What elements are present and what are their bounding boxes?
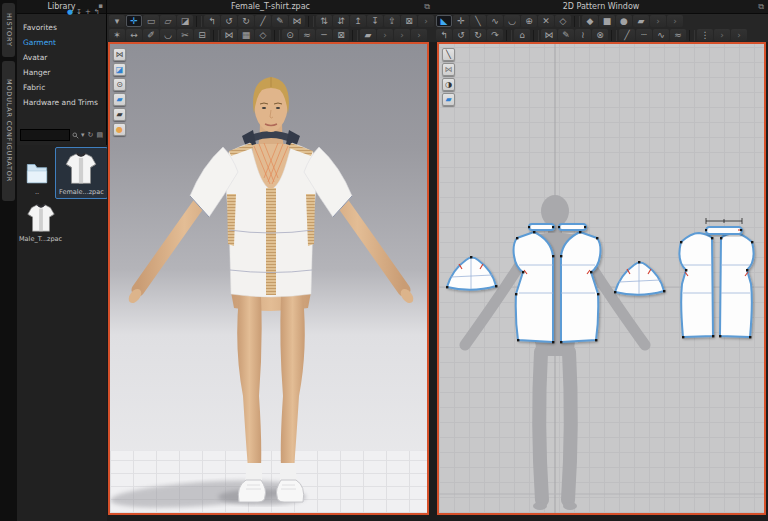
sync-icon[interactable]: ● — [67, 8, 73, 16]
line-tool[interactable]: ─ — [316, 29, 332, 41]
unfold-right-tool[interactable]: ↻ — [470, 29, 486, 41]
tab-modular-configurator[interactable]: MODULAR CONFIGURATOR — [2, 61, 15, 201]
search-dropdown-icon[interactable]: ▾ — [81, 130, 85, 140]
overflow-chevron[interactable]: › — [418, 15, 434, 27]
show-texture-icon[interactable]: ◑ — [442, 78, 455, 91]
free-sewing-tool[interactable]: ≀ — [575, 29, 591, 41]
edit-pattern-tool[interactable]: ✛ — [453, 15, 469, 27]
pattern-3d-tool[interactable]: ◇ — [255, 29, 271, 41]
unfold-left-tool[interactable]: ↺ — [453, 29, 469, 41]
edit-curvature-tool[interactable]: ∿ — [487, 15, 503, 27]
edit-point-line-tool[interactable]: ╲ — [470, 15, 486, 27]
segment-sewing-tool[interactable]: ✎ — [558, 29, 574, 41]
select-move-tool[interactable]: ✛ — [126, 15, 142, 27]
pattern-piece-collar-2[interactable] — [559, 224, 586, 230]
overflow-chevron[interactable]: › — [731, 29, 747, 41]
split-line-tool[interactable]: ✕ — [538, 15, 554, 27]
library-item-fabric[interactable]: Fabric — [23, 80, 106, 95]
select-box-tool[interactable]: ▭ — [143, 15, 159, 27]
transform-pattern-tool[interactable]: ▱ — [160, 15, 176, 27]
avatar-3d[interactable] — [110, 44, 427, 513]
add-icon[interactable]: + — [85, 8, 91, 16]
overflow-chevron[interactable]: › — [394, 29, 410, 41]
refresh-icon[interactable]: ↻ — [88, 130, 94, 140]
overflow-chevron[interactable]: › — [377, 29, 393, 41]
show-2d-garment-icon[interactable]: ⋈ — [442, 63, 455, 76]
fabric-swatch-icon[interactable]: ▰ — [442, 93, 455, 106]
library-item-avatar[interactable]: Avatar — [23, 50, 106, 65]
show-pins-icon[interactable]: ⊙ — [113, 78, 126, 91]
stitch-view-tool[interactable]: ⋈ — [221, 29, 237, 41]
shirring-tool[interactable]: ≈ — [670, 29, 686, 41]
trace-tool[interactable]: ◇ — [555, 15, 571, 27]
garment-down-tool[interactable]: ↧ — [367, 15, 383, 27]
pattern-piece-collar-3[interactable] — [706, 227, 742, 234]
pin-tool[interactable]: ⊙ — [282, 29, 298, 41]
viewport-2d[interactable]: ╲⋈◑▰ — [437, 42, 766, 515]
show-3d-garment-icon[interactable]: ⋈ — [113, 48, 126, 61]
flatten-tool[interactable]: ⊟ — [194, 29, 210, 41]
arrangement-shirts-tool[interactable]: ⇅ — [316, 15, 332, 27]
pattern-piece-sleeve-left[interactable] — [447, 258, 496, 290]
elastic-tool[interactable]: ∿ — [653, 29, 669, 41]
free-sewing-tool[interactable]: ⋈ — [289, 15, 305, 27]
pattern-piece-front-right[interactable] — [561, 232, 600, 342]
wind-tool[interactable]: ≈ — [299, 29, 315, 41]
polygon-pattern-tool[interactable]: ◆ — [582, 15, 598, 27]
add-point-tool[interactable]: ⊕ — [521, 15, 537, 27]
transform-pattern-tool[interactable]: ◣ — [436, 15, 452, 27]
library-item-garment[interactable]: Garment — [23, 35, 106, 50]
pattern-piece-front-left[interactable] — [514, 232, 553, 342]
reset-3d-arrangement-tool[interactable]: ↻ — [238, 15, 254, 27]
popout-icon[interactable]: ⧉ — [424, 1, 430, 12]
library-item-hardware-trims[interactable]: Hardware and Trims — [23, 95, 106, 110]
seam-line-tool[interactable]: ╱ — [619, 29, 635, 41]
titlebar-2d[interactable]: 2D Pattern Window ⧉ — [434, 0, 768, 14]
circumference-measure-tool[interactable]: ◡ — [160, 29, 176, 41]
fabric-back-icon[interactable]: ▰ — [113, 108, 126, 121]
pattern-piece-sleeve-right[interactable] — [615, 263, 664, 295]
circle-pattern-tool[interactable]: ● — [616, 15, 632, 27]
edit-sewing-icon[interactable]: ╲ — [442, 48, 455, 61]
overflow-chevron[interactable]: › — [411, 29, 427, 41]
edit-measure-tool[interactable]: ✐ — [143, 29, 159, 41]
tape-measure-tool[interactable]: ↔ — [126, 29, 142, 41]
lasso-select-tool[interactable]: ◪ — [177, 15, 193, 27]
edit-curve-point-tool[interactable]: ◡ — [504, 15, 520, 27]
overflow-chevron[interactable]: › — [667, 15, 683, 27]
library-item-favorites[interactable]: Favorites — [23, 20, 106, 35]
scissors-tool[interactable]: ✂ — [177, 29, 193, 41]
reset-2d-arrangement-tool[interactable]: ↺ — [221, 15, 237, 27]
overflow-chevron[interactable]: › — [714, 29, 730, 41]
arrangement-pants-tool[interactable]: ⇵ — [333, 15, 349, 27]
show-avatar-icon[interactable]: ● — [113, 123, 126, 136]
edit-sewing-tool[interactable]: ✎ — [272, 15, 288, 27]
rectangle-pattern-tool[interactable]: ■ — [599, 15, 615, 27]
detail-sewing-tool[interactable]: ⊗ — [592, 29, 608, 41]
rotate-pattern-tool[interactable]: ↷ — [487, 29, 503, 41]
shape-pattern-tool[interactable]: ▰ — [633, 15, 649, 27]
import-icon[interactable]: ↧ — [76, 8, 82, 16]
avatar-display-tool[interactable]: ✶ — [109, 29, 125, 41]
overflow-chevron[interactable]: › — [650, 15, 666, 27]
view-mode-icon[interactable]: ▤ — [96, 130, 103, 140]
search-icon[interactable] — [72, 132, 79, 139]
pattern-canvas[interactable] — [439, 44, 764, 513]
sew-garment-tool[interactable]: ⋈ — [541, 29, 557, 41]
popout-icon[interactable]: ⧉ — [758, 1, 764, 12]
show-3d-seams-icon[interactable]: ◪ — [113, 63, 126, 76]
basting-tool[interactable]: ┄ — [636, 29, 652, 41]
texture-view-tool[interactable]: ▦ — [238, 29, 254, 41]
sewing-pin-tool[interactable]: ╱ — [255, 15, 271, 27]
thumb-female-tshirt[interactable]: Female...zpac — [55, 147, 108, 199]
back-icon[interactable]: ↰ — [94, 8, 100, 16]
garment-fold-tool[interactable]: ⇪ — [384, 15, 400, 27]
viewport-3d[interactable]: ⋈◪⊙▰▰● — [108, 42, 429, 515]
pattern-piece-back-right[interactable] — [720, 233, 754, 337]
search-input[interactable] — [20, 129, 70, 141]
grading-tool[interactable]: ⋮ — [697, 29, 713, 41]
fabric-tool[interactable]: ▰ — [360, 29, 376, 41]
simulate-menu-icon[interactable]: ▾ — [109, 15, 125, 27]
pattern-piece-collar-1[interactable] — [529, 224, 554, 230]
thumb-male-tshirt[interactable]: Male_T...zpac — [19, 202, 62, 243]
